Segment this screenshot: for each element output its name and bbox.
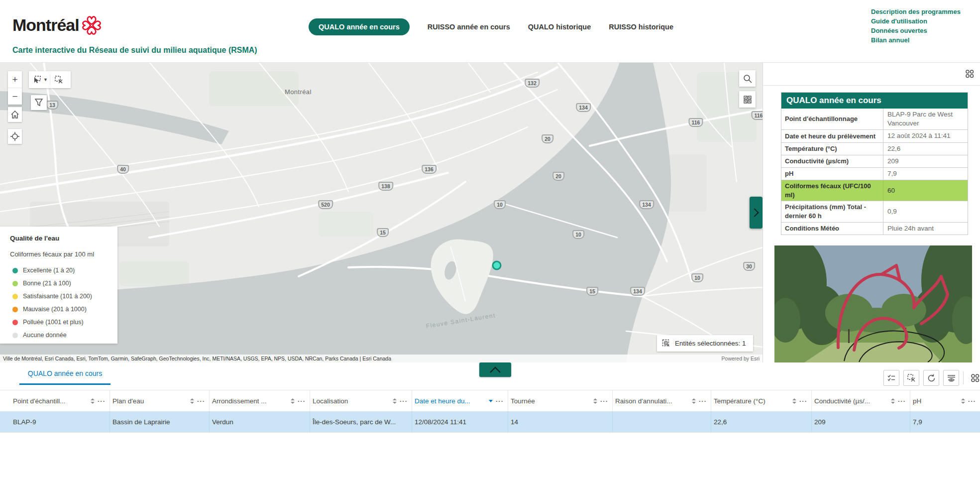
column-label: Tournée (508, 397, 593, 405)
column-menu-icon[interactable]: ··· (699, 397, 707, 405)
info-row-coliformes-fecaux-ufc-100-ml: Coliformes fécaux (UFC/100 ml)60 (781, 180, 968, 201)
clear-selection-button[interactable] (50, 71, 67, 88)
selected-entities-badge: Entités sélectionnées: 1 (657, 335, 753, 352)
nav-tab-qualo-annee-en-cours[interactable]: QUALO année en cours (309, 18, 410, 35)
column-header-temperature-c[interactable]: Température (°C)··· (711, 390, 812, 411)
sort-icon[interactable] (961, 398, 965, 404)
route-shield-116: 116 (689, 118, 703, 127)
column-menu-icon[interactable]: ··· (600, 397, 608, 405)
column-menu-icon[interactable]: ··· (298, 397, 306, 405)
show-selected-button[interactable] (883, 370, 899, 386)
column-header-arrondissement[interactable]: Arrondissement ...··· (209, 390, 310, 411)
column-menu-icon[interactable]: ··· (968, 397, 976, 405)
sort-icon[interactable] (291, 398, 295, 404)
sort-icon[interactable] (91, 398, 95, 404)
route-shield-138: 138 (378, 182, 393, 191)
column-menu-icon[interactable]: ··· (799, 397, 807, 405)
route-shield-520: 520 (318, 200, 333, 209)
apps-circles-icon (970, 373, 980, 383)
basemap-gallery-button[interactable] (739, 91, 756, 108)
chevron-down-icon: ▼ (43, 77, 48, 82)
route-shield-40: 40 (117, 165, 129, 174)
legend-item-mauvaise-201-a-1000: Mauvaise (201 à 1000) (12, 303, 117, 316)
legend-dot-icon (12, 320, 18, 325)
column-label: Conductivité (µs/... (811, 397, 891, 405)
column-header-point-d-echantill[interactable]: Point d'échantill...··· (10, 390, 110, 411)
zoom-in-button[interactable]: + (8, 71, 22, 88)
selection-zoom-icon (662, 339, 671, 348)
legend-panel: Qualité de l'eau Coliformes fécaux par 1… (0, 227, 117, 344)
collapse-table-button[interactable] (479, 362, 511, 377)
header-link-donnees-ouvertes[interactable]: Données ouvertes (871, 27, 961, 34)
column-menu-icon[interactable]: ··· (197, 397, 205, 405)
column-label: Température (°C) (711, 397, 792, 405)
locate-button[interactable] (8, 129, 22, 144)
montreal-logo: Montréal (12, 13, 103, 37)
sort-icon[interactable] (593, 398, 597, 404)
sort-icon[interactable] (190, 398, 194, 404)
info-row-label: Date et heure du prélèvement (781, 130, 883, 142)
header-link-description-des-programmes[interactable]: Description des programmes (871, 8, 961, 15)
header-link-guide-d-utilisation[interactable]: Guide d'utilisation (871, 17, 961, 25)
sort-desc-icon[interactable] (489, 400, 493, 402)
refresh-button[interactable] (923, 370, 939, 386)
widgets-button[interactable] (963, 67, 977, 81)
column-header-tournee[interactable]: Tournée··· (508, 390, 613, 411)
legend-title: Qualité de l'eau (10, 235, 117, 242)
sort-icon[interactable] (891, 398, 895, 404)
table-row[interactable]: BLAP-9Bassin de LaprairieVerdunÎle-des-S… (0, 411, 980, 433)
column-label: Point d'échantill... (10, 397, 91, 405)
column-menu-icon[interactable]: ··· (898, 397, 906, 405)
search-button[interactable] (739, 70, 756, 87)
legend-dot-icon (12, 307, 18, 312)
column-label: Localisation (310, 397, 393, 405)
expand-panel-button[interactable] (750, 197, 762, 229)
show-hide-columns-button[interactable] (943, 370, 959, 386)
column-menu-icon[interactable]: ··· (98, 397, 106, 405)
sort-icon[interactable] (393, 398, 397, 404)
column-label: pH (910, 397, 961, 405)
cell-point-d-echantill: BLAP-9 (10, 411, 110, 432)
nav-tab-ruisso-historique[interactable]: RUISSO historique (609, 18, 673, 35)
column-header-localisation[interactable]: Localisation··· (310, 390, 412, 411)
filter-button[interactable] (31, 95, 47, 110)
route-shield-20: 20 (542, 134, 553, 143)
column-label: Date et heure du... (412, 397, 489, 405)
info-row-value: 12 août 2024 à 11:41 (883, 130, 968, 142)
sort-icon[interactable] (792, 398, 796, 404)
column-header-date-et-heure-du[interactable]: Date et heure du...··· (412, 390, 508, 411)
powered-by-esri: Powered by Esri (722, 356, 760, 361)
columns-eye-icon (947, 373, 956, 383)
zoom-out-button[interactable]: − (8, 88, 22, 105)
montreal-logo-text: Montréal (12, 15, 79, 35)
column-header-conductivite-s[interactable]: Conductivité (µs/...··· (811, 390, 910, 411)
home-button[interactable] (8, 107, 22, 122)
cell-value: 7,9 (910, 418, 922, 426)
clear-table-selection-button[interactable] (903, 370, 919, 386)
map-canvas[interactable]: Montréal Fleuve Saint-Laurent 1340520151… (0, 62, 762, 362)
sort-icon[interactable] (692, 398, 696, 404)
select-tool-button[interactable]: ▼ (32, 71, 50, 88)
route-shield-20: 20 (552, 172, 564, 181)
app-root: Montréal Carte interactive du Réseau de … (0, 0, 980, 481)
legend-item-label: Excellente (1 à 20) (23, 267, 75, 274)
chevron-up-icon (489, 366, 501, 373)
cell-value: Île-des-Soeurs, parc de W... (310, 418, 396, 426)
table-tab-qualo[interactable]: QUALO année en cours (19, 369, 110, 377)
column-header-ph[interactable]: pH··· (910, 390, 980, 411)
cell-value: Verdun (209, 418, 233, 426)
header-link-bilan-annuel[interactable]: Bilan annuel (871, 36, 961, 44)
nav-tab-ruisso-annee-en-cours[interactable]: RUISSO année en cours (428, 18, 510, 35)
column-header-raison-d-annulati[interactable]: Raison d'annulati...··· (612, 390, 711, 411)
column-header-plan-d-eau[interactable]: Plan d'eau··· (109, 390, 210, 411)
column-menu-icon[interactable]: ··· (400, 397, 408, 405)
info-table-title: QUALO année en cours (781, 93, 968, 109)
table-widgets-button[interactable] (968, 370, 980, 385)
header: Montréal Carte interactive du Réseau de … (0, 0, 980, 63)
nav-tab-qualo-historique[interactable]: QUALO historique (528, 18, 591, 35)
info-row-precipitations-mm-total-dernier-60-h: Précipitations (mm) Total - dernier 60 h… (781, 201, 968, 222)
apps-circles-icon (965, 69, 975, 79)
site-photo (774, 245, 972, 362)
column-menu-icon[interactable]: ··· (496, 397, 504, 405)
info-table-rows: Point d'échantillonnageBLAP-9 Parc de We… (781, 109, 968, 235)
